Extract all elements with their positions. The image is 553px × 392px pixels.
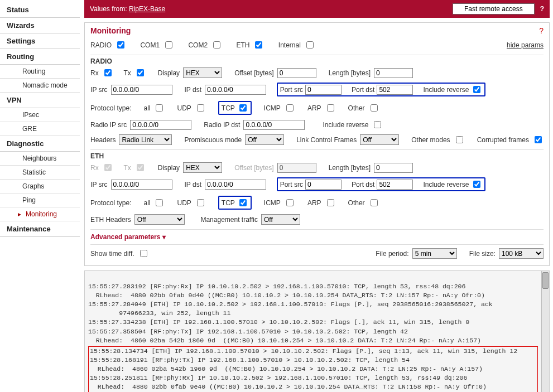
monitoring-panel: Monitoring ? RADIO COM1 COM2 ETH Interna… <box>84 22 550 266</box>
advanced-parameters-toggle[interactable]: Advanced parameters <box>90 229 544 244</box>
com1-if-label: COM1 <box>140 41 160 49</box>
eth-rx-checkbox <box>104 164 112 171</box>
eth-proto-arp-checkbox[interactable] <box>327 199 334 206</box>
radio-incrv-label: Include reverse <box>423 86 469 94</box>
radio-linkctrl-select[interactable]: Off <box>360 134 399 145</box>
hide-params-link[interactable]: hide params <box>507 41 544 49</box>
eth-proto-icmp-checkbox[interactable] <box>286 199 294 206</box>
eth-if-checkbox[interactable] <box>255 41 262 49</box>
eth-headers-label: ETH Headers <box>90 216 131 224</box>
file-size-select[interactable]: 100 kB <box>499 248 544 259</box>
sidebar-item-wizards[interactable]: Wizards <box>0 18 80 33</box>
internal-if-checkbox[interactable] <box>306 41 314 49</box>
file-size-label: File size: <box>469 250 496 258</box>
sidebar-item-vpn[interactable]: VPN <box>0 93 80 108</box>
sidebar-sub-routing[interactable]: Routing <box>0 65 80 79</box>
radio-display-label: Display <box>158 69 180 77</box>
radio-proto-all-checkbox[interactable] <box>156 104 163 112</box>
radio-ripdst-label: Radio IP dst <box>204 121 240 129</box>
radio-portdst-label: Port dst <box>352 86 374 94</box>
radio-length-label: Length [bytes] <box>329 69 371 77</box>
radio-ipsrc-input[interactable] <box>111 85 172 95</box>
sidebar-sub-statistic[interactable]: Statistic <box>0 166 80 180</box>
eth-ipsrc-input[interactable] <box>111 180 172 190</box>
radio-portdst-input[interactable] <box>377 85 413 95</box>
eth-proto-tcp-checkbox[interactable] <box>239 199 247 206</box>
log-scrollbar[interactable] <box>541 271 549 392</box>
log-output: 15:55:27.283192 [RF:phy:Rx] IP 10.10.10.… <box>84 270 550 392</box>
show-time-diff-checkbox[interactable] <box>140 250 147 257</box>
radio-proto-other-checkbox[interactable] <box>371 104 378 112</box>
sidebar-sub-ipsec[interactable]: IPsec <box>0 108 80 122</box>
radio-length-input[interactable] <box>374 68 413 78</box>
radio-portsrc-input[interactable] <box>305 85 342 95</box>
radio-rx-label: Rx <box>90 69 99 77</box>
sidebar-sub-gre[interactable]: GRE <box>0 122 80 136</box>
com2-if-checkbox[interactable] <box>213 41 220 49</box>
eth-length-input[interactable] <box>374 163 413 173</box>
radio-tx-checkbox[interactable] <box>137 69 144 76</box>
sidebar-item-settings[interactable]: Settings <box>0 33 80 49</box>
radio-promisc-select[interactable]: Off <box>245 134 284 145</box>
radio-display-select[interactable]: HEX <box>183 67 222 78</box>
panel-title: Monitoring <box>90 26 131 35</box>
radio-if-label: RADIO <box>90 41 112 49</box>
file-period-label: File period: <box>376 250 408 258</box>
file-period-select[interactable]: 5 min <box>412 248 457 259</box>
values-from-label: Values from: <box>90 5 127 13</box>
eth-incrv-label: Include reverse <box>423 181 469 188</box>
radio-proto-icmp-checkbox[interactable] <box>286 104 294 112</box>
radio-ipdst-input[interactable] <box>205 85 266 95</box>
radio-proto-udp-checkbox[interactable] <box>197 104 204 112</box>
sidebar-sub-neighbours[interactable]: Neighbours <box>0 152 80 166</box>
eth-proto-arp-label: ARP <box>307 199 321 207</box>
radio-offset-input[interactable] <box>277 68 316 78</box>
radio-ripsrc-input[interactable] <box>130 120 191 130</box>
radio-proto-tcp-checkbox[interactable] <box>239 104 247 112</box>
eth-proto-udp-label: UDP <box>177 199 191 207</box>
eth-proto-udp-checkbox[interactable] <box>197 199 204 206</box>
radio-proto-arp-checkbox[interactable] <box>327 104 334 112</box>
radio-headers-select[interactable]: Radio Link <box>119 134 172 145</box>
eth-proto-all-checkbox[interactable] <box>156 199 163 206</box>
radio-othermodes-checkbox[interactable] <box>456 136 463 143</box>
sidebar-item-status[interactable]: Status <box>0 2 80 18</box>
radio-rincrv-checkbox[interactable] <box>374 121 381 128</box>
radio-if-checkbox[interactable] <box>117 41 124 49</box>
radio-portsrc-label: Port src <box>280 86 303 94</box>
eth-ipsrc-label: IP src <box>90 181 107 188</box>
sidebar-item-diagnostic[interactable]: Diagnostic <box>0 136 80 152</box>
sidebar-sub-nomadic-mode[interactable]: Nomadic mode <box>0 79 80 93</box>
eth-display-select[interactable]: HEX <box>183 162 222 173</box>
fast-remote-button[interactable]: Fast remote access <box>453 3 535 14</box>
sidebar-sub-monitoring[interactable]: Monitoring <box>0 207 80 221</box>
radio-rx-checkbox[interactable] <box>104 69 112 76</box>
log-highlighted-block: 15:55:28.134734 [ETH] IP 192.168.1.100.5… <box>88 346 538 392</box>
values-from-link[interactable]: RipEX-Base <box>129 5 165 13</box>
panel-help-icon[interactable]: ? <box>539 26 544 35</box>
eth-incrv-checkbox[interactable] <box>473 181 480 188</box>
sidebar-sub-ping[interactable]: Ping <box>0 193 80 207</box>
eth-offset-input <box>277 163 316 173</box>
radio-ripdst-input[interactable] <box>243 120 305 130</box>
sidebar-item-maintenance[interactable]: Maintenance <box>0 221 80 237</box>
topbar-help-icon[interactable]: ? <box>540 5 544 13</box>
eth-headers-select[interactable]: Off <box>134 214 185 225</box>
sidebar-item-routing[interactable]: Routing <box>0 49 80 65</box>
eth-ipdst-input[interactable] <box>205 180 266 190</box>
log-scrollbar-thumb[interactable] <box>542 272 549 289</box>
eth-offset-label: Offset [bytes] <box>234 164 273 172</box>
eth-portsrc-input[interactable] <box>305 180 342 190</box>
eth-mgmt-label: Management traffic <box>200 216 258 224</box>
radio-proto-tcp-label: TCP <box>222 104 235 112</box>
radio-headers-label: Headers <box>90 136 116 144</box>
eth-proto-other-checkbox[interactable] <box>371 199 378 206</box>
eth-ipdst-label: IP dst <box>185 181 201 188</box>
com1-if-checkbox[interactable] <box>165 41 172 49</box>
sidebar-sub-graphs[interactable]: Graphs <box>0 180 80 193</box>
radio-incrv-checkbox[interactable] <box>473 86 480 93</box>
radio-corrupted-checkbox[interactable] <box>535 136 542 143</box>
eth-mgmt-select[interactable]: Off <box>261 214 300 225</box>
radio-proto-tcp-group: TCP <box>218 101 252 115</box>
eth-portdst-input[interactable] <box>377 180 413 190</box>
